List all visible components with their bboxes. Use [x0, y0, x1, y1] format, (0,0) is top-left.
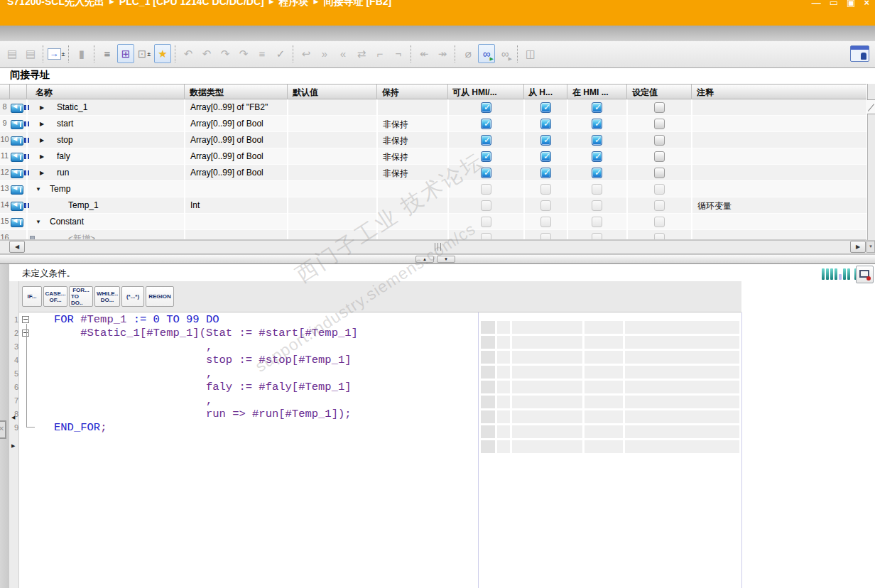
maximize-button[interactable]: ▣ — [847, 0, 855, 8]
code-line[interactable]: 7 , — [0, 394, 476, 408]
snapshot-icon[interactable]: ⊡± — [136, 44, 153, 63]
hmi-visible-checkbox[interactable] — [592, 102, 602, 113]
breadcrumb-segment[interactable]: PLC_1 [CPU 1214C DC/DC/DC] — [119, 0, 264, 7]
variable-name[interactable]: Static_1 — [57, 102, 87, 112]
hmi-visible-checkbox[interactable] — [592, 184, 602, 195]
splitter-collapse-up-button[interactable]: ▲ — [415, 256, 434, 263]
expand-icon[interactable]: ▶ — [40, 170, 44, 176]
setpoint-checkbox[interactable] — [654, 119, 665, 129]
edit-cell-icon[interactable] — [867, 99, 875, 114]
snippet-button-[interactable]: (*...*) — [121, 286, 144, 307]
variable-name[interactable]: Constant — [50, 217, 84, 227]
code-text[interactable]: faly := #faly[#Temp_1] — [54, 381, 352, 394]
setpoint-checkbox[interactable] — [654, 200, 665, 211]
reset-start-values-icon[interactable]: ↶ — [180, 44, 197, 63]
variable-name[interactable]: Temp_1 — [68, 200, 99, 210]
restore-button[interactable]: ▭ — [830, 0, 838, 8]
breadcrumb-segment[interactable]: 间接寻址 [FB2] — [324, 0, 392, 7]
breadcrumb-segment[interactable]: S71200-SCL先入先出 — [7, 0, 104, 7]
hmi-writable-checkbox[interactable] — [540, 102, 551, 113]
hmi-writable-checkbox[interactable] — [540, 151, 551, 162]
code-line[interactable]: 1FOR #Temp_1 := 0 TO 99 DO — [0, 313, 476, 327]
expand-icon[interactable]: ▶ — [40, 137, 44, 143]
hmi-visible-checkbox[interactable] — [592, 151, 602, 162]
hmi-accessible-checkbox[interactable] — [481, 151, 491, 162]
scroll-right-button[interactable]: ▶ — [850, 241, 866, 253]
hmi-accessible-checkbox[interactable] — [481, 135, 491, 146]
table-row[interactable]: 11▶falyArray[0..99] of Bool非保持 — [0, 148, 866, 165]
search-icon[interactable]: ⌀ — [460, 44, 477, 63]
setpoint-checkbox[interactable] — [654, 233, 665, 239]
comment-icon[interactable]: ⌐ — [371, 44, 388, 63]
monitor-off-icon[interactable]: ∞▶ — [496, 44, 513, 63]
column-header[interactable]: 从 H... — [528, 87, 553, 99]
table-row[interactable]: 15▼Constant — [0, 214, 866, 230]
code-text[interactable]: , — [54, 394, 212, 408]
table-row[interactable]: 12▶runArray[0..99] of Bool非保持 — [0, 165, 866, 181]
hmi-writable-checkbox[interactable] — [540, 200, 551, 211]
code-text[interactable]: stop := #stop[#Temp_1] — [54, 354, 352, 367]
indent-icon[interactable]: » — [316, 44, 333, 63]
column-header[interactable]: 数据类型 — [190, 87, 224, 99]
hmi-accessible-checkbox[interactable] — [481, 200, 491, 211]
hmi-accessible-checkbox[interactable] — [481, 119, 491, 129]
load-start-values-icon[interactable]: ↷ — [217, 44, 234, 63]
column-header[interactable]: 默认值 — [293, 87, 318, 99]
variable-name[interactable]: Temp — [50, 184, 70, 194]
column-header[interactable]: 名称 — [36, 87, 53, 99]
uncomment-icon[interactable]: ¬ — [390, 44, 407, 63]
goto-previous-icon[interactable]: ↩ — [298, 44, 315, 63]
retain-value[interactable]: 非保持 — [383, 119, 408, 131]
retain-value[interactable]: 非保持 — [383, 151, 408, 163]
detail-view-icon[interactable] — [856, 266, 874, 283]
code-line[interactable]: 6 faly := #faly[#Temp_1] — [0, 381, 476, 394]
outdent-icon[interactable]: « — [335, 44, 352, 63]
minimize-button[interactable]: — — [812, 0, 821, 8]
column-header[interactable]: 设定值 — [632, 87, 658, 99]
code-editor[interactable]: 1FOR #Temp_1 := 0 TO 99 DO2 #Static_1[#T… — [0, 313, 476, 435]
expand-icon[interactable]: ▶ — [40, 121, 44, 127]
variable-name[interactable]: start — [57, 119, 73, 129]
column-header[interactable]: 注释 — [697, 87, 714, 99]
snippet-button-region[interactable]: REGION — [146, 286, 174, 307]
expand-icon[interactable]: ▶ — [40, 104, 44, 111]
load-snapshot-icon[interactable]: ↷ — [235, 44, 252, 63]
hmi-visible-checkbox[interactable] — [592, 168, 602, 178]
code-text[interactable]: #Static_1[#Temp_1](Stat := #start[#Temp_… — [54, 327, 358, 340]
setpoint-checkbox[interactable] — [654, 102, 665, 113]
breadcrumb-segment[interactable]: 程序块 — [279, 0, 309, 7]
hmi-visible-checkbox[interactable] — [592, 119, 602, 129]
next-bookmark-icon[interactable]: ↠ — [434, 44, 451, 63]
snippet-button-for[interactable]: FOR...TO DO.. — [69, 286, 93, 307]
collapse-icon[interactable]: ▼ — [36, 186, 41, 192]
table-row[interactable]: 10▶stopArray[0..99] of Bool非保持 — [0, 132, 866, 148]
setpoint-checkbox[interactable] — [654, 217, 665, 227]
hmi-visible-checkbox[interactable] — [592, 200, 602, 211]
expand-right-arrow-icon[interactable]: ▶ — [11, 443, 15, 449]
compile-icon[interactable]: ✓ — [272, 44, 289, 63]
favorites-icon[interactable]: ★ — [154, 44, 171, 63]
hmi-visible-checkbox[interactable] — [592, 135, 602, 146]
hmi-writable-checkbox[interactable] — [540, 168, 551, 178]
setpoint-checkbox[interactable] — [654, 168, 665, 178]
code-text[interactable]: FOR #Temp_1 := 0 TO 99 DO — [54, 313, 219, 327]
monitor-on-icon[interactable]: ∞▶ — [478, 44, 495, 63]
expand-icon[interactable]: ▶ — [40, 153, 44, 160]
scroll-left-button[interactable]: ◀ — [9, 241, 25, 253]
instance-icon[interactable]: ⊞ — [117, 44, 134, 63]
keep-actual-values-icon[interactable]: ▮ — [73, 44, 90, 63]
variable-name[interactable]: run — [57, 168, 69, 178]
snapshot-values-icon[interactable]: ◫ — [522, 44, 539, 63]
add-row-icon[interactable]: ▤ — [22, 44, 39, 63]
variable-name[interactable]: stop — [57, 135, 73, 145]
table-row[interactable]: 14Temp_1Int循环变量 — [0, 197, 866, 214]
hmi-writable-checkbox[interactable] — [540, 184, 551, 195]
insert-row-icon[interactable]: ▤ — [4, 44, 21, 63]
splitter-collapse-down-button[interactable]: ▼ — [437, 256, 455, 263]
data-type[interactable]: Array[0..99] of Bool — [190, 168, 263, 178]
code-line[interactable]: 3 , — [0, 340, 476, 354]
format-icon[interactable]: ⇄ — [353, 44, 370, 63]
hmi-accessible-checkbox[interactable] — [481, 102, 491, 113]
retain-value[interactable]: 非保持 — [383, 168, 408, 180]
code-text[interactable]: , — [54, 367, 212, 381]
